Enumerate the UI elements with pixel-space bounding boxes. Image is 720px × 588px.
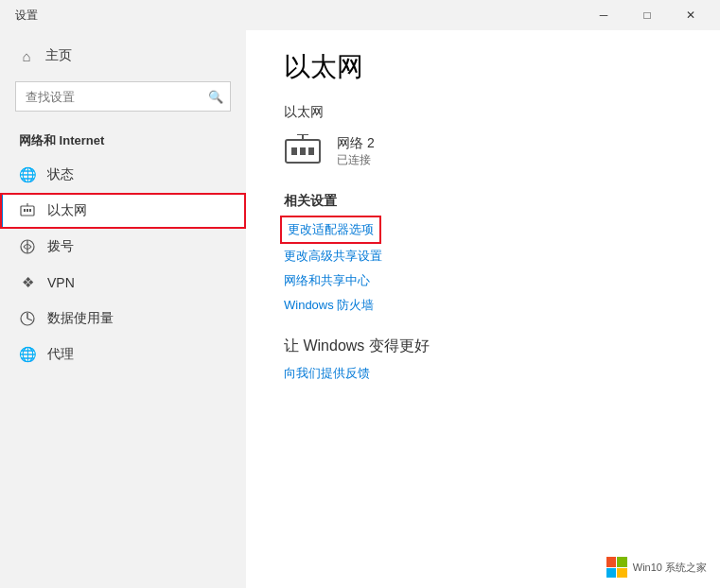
status-icon: 🌐 — [19, 166, 36, 183]
datausage-icon — [19, 310, 36, 327]
sidebar-item-vpn-label: VPN — [47, 275, 75, 290]
watermark: Win10 系统之家 — [601, 554, 712, 580]
svg-rect-2 — [26, 209, 28, 212]
ethernet-section-title: 以太网 — [284, 104, 682, 121]
main-content: 以太网 以太网 网络 2 已连接 相关设置 更改适配器选项 — [246, 30, 720, 588]
close-button[interactable]: ✕ — [669, 0, 712, 30]
feedback-section: 让 Windows 变得更好 向我们提供反馈 — [284, 337, 682, 382]
network-name: 网络 2 — [337, 135, 375, 152]
feedback-link[interactable]: 向我们提供反馈 — [284, 366, 370, 380]
app-body: ⌂ 主页 🔍 网络和 Internet 🌐 状态 以 — [0, 30, 720, 588]
sidebar-item-status[interactable]: 🌐 状态 — [0, 157, 246, 193]
search-box: 🔍 — [15, 81, 231, 112]
advanced-sharing-label: 更改高级共享设置 — [284, 249, 382, 263]
network-info: 网络 2 已连接 — [337, 135, 375, 168]
sidebar-item-ethernet[interactable]: 以太网 — [0, 193, 246, 229]
feedback-title: 让 Windows 变得更好 — [284, 337, 682, 356]
svg-rect-11 — [308, 147, 314, 155]
sidebar-item-proxy[interactable]: 🌐 代理 — [0, 337, 246, 372]
page-title: 以太网 — [284, 49, 682, 85]
title-bar: 设置 ─ □ ✕ — [0, 0, 720, 30]
sidebar-home-item[interactable]: ⌂ 主页 — [0, 38, 246, 74]
svg-rect-3 — [29, 209, 31, 212]
window-title: 设置 — [15, 8, 38, 24]
proxy-icon: 🌐 — [19, 346, 36, 363]
home-label: 主页 — [45, 47, 72, 64]
search-input[interactable] — [15, 81, 231, 112]
adapter-options-link[interactable]: 更改适配器选项 — [284, 219, 378, 240]
sidebar-item-dialup-label: 拨号 — [47, 238, 74, 255]
svg-rect-9 — [291, 147, 297, 155]
vpn-icon: ❖ — [19, 274, 36, 291]
network-icon — [284, 132, 322, 170]
home-icon: ⌂ — [19, 48, 34, 63]
sidebar-item-vpn[interactable]: ❖ VPN — [0, 265, 246, 301]
related-settings-title: 相关设置 — [284, 193, 682, 210]
network-center-link[interactable]: 网络和共享中心 — [284, 272, 370, 289]
network-status: 已连接 — [337, 152, 375, 168]
watermark-text: Win10 系统之家 — [633, 561, 707, 575]
sidebar-item-ethernet-label: 以太网 — [47, 202, 87, 219]
window-controls: ─ □ ✕ — [582, 0, 712, 30]
network-card: 网络 2 已连接 — [284, 132, 682, 170]
section-label: 网络和 Internet — [0, 127, 246, 157]
ethernet-icon — [19, 202, 36, 219]
sidebar-item-datausage-label: 数据使用量 — [47, 310, 114, 327]
firewall-link[interactable]: Windows 防火墙 — [284, 297, 374, 314]
advanced-sharing-link[interactable]: 更改高级共享设置 — [284, 248, 382, 265]
sidebar-item-proxy-label: 代理 — [47, 346, 74, 363]
network-center-label: 网络和共享中心 — [284, 273, 370, 287]
dialup-icon — [19, 238, 36, 255]
sidebar-item-dialup[interactable]: 拨号 — [0, 229, 246, 265]
sidebar-item-datausage[interactable]: 数据使用量 — [0, 301, 246, 337]
adapter-options-label: 更改适配器选项 — [284, 219, 378, 240]
svg-rect-1 — [24, 209, 26, 212]
firewall-label: Windows 防火墙 — [284, 298, 374, 312]
sidebar-item-status-label: 状态 — [47, 166, 74, 183]
svg-rect-10 — [300, 147, 306, 155]
sidebar: ⌂ 主页 🔍 网络和 Internet 🌐 状态 以 — [0, 30, 246, 588]
maximize-button[interactable]: □ — [625, 0, 669, 30]
search-icon: 🔍 — [208, 90, 223, 104]
win10-logo-icon — [606, 557, 627, 578]
minimize-button[interactable]: ─ — [582, 0, 625, 30]
